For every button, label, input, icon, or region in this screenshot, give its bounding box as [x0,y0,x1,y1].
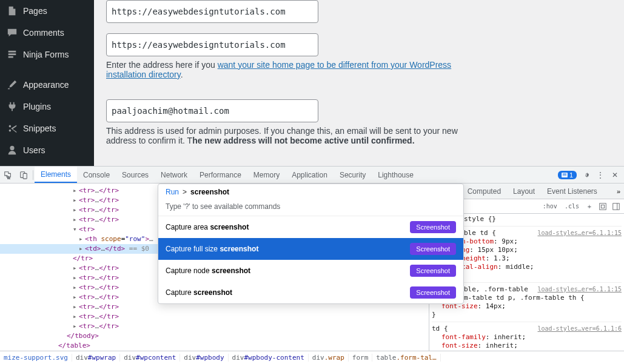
plug-icon [6,101,18,113]
settings-form-table: Enter the address here if you want your … [106,0,612,166]
screenshot-badge: Screenshot [410,286,456,299]
command-item[interactable]: Capture full size screenshotScreenshot [158,238,463,260]
site-url-desc: Enter the address here if you want your … [106,60,470,79]
screenshot-badge: Screenshot [410,243,456,255]
sidebar-item-label: Pages [23,6,47,16]
errors-badge[interactable]: 1 [558,171,577,179]
computed-toggle-icon[interactable] [597,202,608,211]
sidebar-item-label: Users [23,145,45,155]
toggle-sidebar-icon[interactable] [611,202,622,211]
sidebar-item-label: Snippets [23,124,56,133]
user-icon [6,144,18,156]
close-devtools-icon[interactable]: ✕ [609,170,620,180]
breadcrumb: mize-support.svgdiv#wpwrapdiv#wpcontentd… [0,351,624,364]
tab-application[interactable]: Application [286,167,334,183]
command-query: screenshot [190,188,229,196]
sidebar-item-label: Plugins [23,102,51,111]
element-node[interactable]: ▸<tr>…</tr> [0,312,429,322]
sidebar-item-snippets[interactable]: Snippets [0,117,94,139]
element-node[interactable]: </table> [0,341,429,351]
sidebar-item-appearance[interactable]: Appearance [0,74,94,96]
inspect-icon[interactable] [0,167,16,183]
breadcrumb-segment[interactable]: form [349,354,373,362]
breadcrumb-segment[interactable]: div#wpcontent [120,354,180,362]
breadcrumb-segment[interactable]: div#wpbody-content [229,354,309,362]
admin-sidebar: PagesCommentsNinja FormsAppearancePlugin… [0,0,94,166]
svg-rect-3 [600,203,606,210]
command-item[interactable]: Capture area screenshotScreenshot [158,216,463,238]
site-url-input[interactable] [106,33,318,56]
tab-elements[interactable]: Elements [35,167,77,183]
styles-tabs-more-icon[interactable]: » [613,184,624,199]
svg-rect-4 [601,205,604,208]
sidebar-item-pages[interactable]: Pages [0,0,94,22]
cls-toggle[interactable]: .cls [562,203,582,210]
breadcrumb-segment[interactable]: mize-support.svg [0,354,72,362]
sidebar-item-label: Appearance [23,80,69,90]
breadcrumb-segment[interactable]: table.form-tal… [372,354,440,362]
tab-console[interactable]: Console [77,167,116,183]
admin-email-input[interactable] [106,99,318,122]
devtools: ElementsConsoleSourcesNetworkPerformance… [0,166,624,364]
wp-url-row [106,0,612,33]
breadcrumb-segment[interactable]: div.wrap [309,354,349,362]
run-label: Run [166,188,179,196]
admin-email-desc: This address is used for admin purposes.… [106,126,470,145]
settings-icon[interactable] [580,170,591,180]
admin-email-row: This address is used for admin purposes.… [106,99,612,166]
more-icon[interactable]: ⋮ [595,170,606,180]
screenshot-badge: Screenshot [410,265,456,277]
command-item[interactable]: Capture node screenshotScreenshot [158,260,463,282]
css-rule[interactable]: load-styles…ver=6.1.1:6td {font-family: … [432,325,622,351]
tab-security[interactable]: Security [334,167,372,183]
svg-rect-1 [23,173,27,179]
scissors-icon [6,122,18,134]
sidebar-item-ninja-forms[interactable]: Ninja Forms [0,44,94,65]
admin-content: Enter the address here if you want your … [94,0,624,166]
sidebar-item-label: Comments [23,28,64,38]
brush-icon [6,79,18,91]
sidebar-item-label: Ninja Forms [23,50,69,59]
page-icon [6,5,18,17]
wp-url-input[interactable] [106,0,318,23]
styles-tab-layout[interactable]: Layout [507,184,541,199]
devtools-tabbar: ElementsConsoleSourcesNetworkPerformance… [0,167,624,184]
element-node[interactable]: </tbody> [0,331,429,341]
breadcrumb-segment[interactable]: div#wpwrap [72,354,120,362]
command-hint: Type '?' to see available commands [158,200,463,216]
screenshot-badge: Screenshot [410,221,456,233]
element-node[interactable]: ▸<tr>…</tr> [0,322,429,331]
sidebar-item-comments[interactable]: Comments [0,22,94,44]
tab-sources[interactable]: Sources [116,167,155,183]
breadcrumb-segment[interactable]: div#wpbody [180,354,228,362]
styles-tab-computed[interactable]: Computed [461,184,507,199]
comment-icon [6,27,18,39]
command-palette: Run >screenshot Type '?' to see availabl… [158,184,464,304]
command-item[interactable]: Capture screenshotScreenshot [158,282,463,303]
device-toggle-icon[interactable] [16,167,32,183]
tab-performance[interactable]: Performance [193,167,247,183]
sidebar-item-users[interactable]: Users [0,139,94,161]
styles-tab-event-listeners[interactable]: Event Listeners [541,184,603,199]
tab-memory[interactable]: Memory [247,167,286,183]
form-icon [6,48,18,61]
hov-toggle[interactable]: :hov [540,203,560,210]
sidebar-item-plugins[interactable]: Plugins [0,96,94,117]
svg-rect-5 [613,203,620,210]
command-input-row[interactable]: Run >screenshot [158,184,463,200]
new-rule-icon[interactable]: + [584,203,595,210]
tab-network[interactable]: Network [155,167,193,183]
site-url-row: Enter the address here if you want your … [106,33,612,100]
wordpress-admin: PagesCommentsNinja FormsAppearancePlugin… [0,0,624,166]
tab-lighthouse[interactable]: Lighthouse [372,167,420,183]
